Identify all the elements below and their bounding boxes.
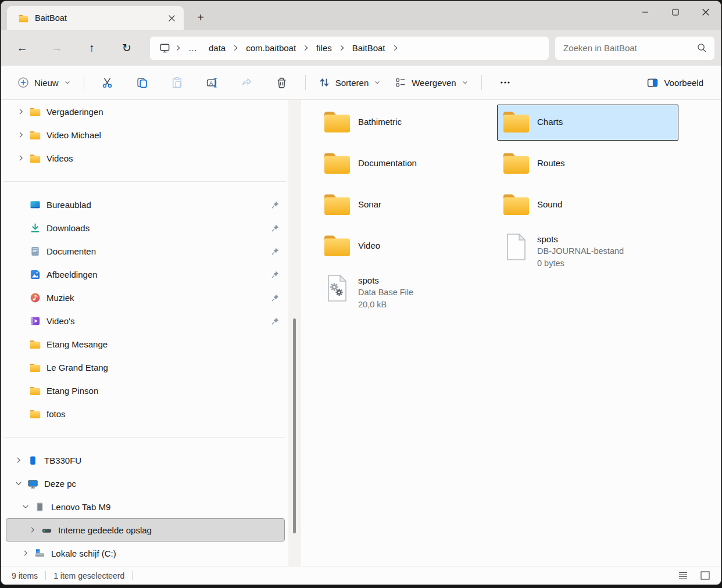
file-icon xyxy=(501,233,531,261)
chevron-down-icon[interactable] xyxy=(18,503,33,511)
share-button[interactable] xyxy=(234,71,260,94)
paste-button[interactable] xyxy=(165,71,190,94)
view-button[interactable]: Weergeven xyxy=(388,71,475,94)
chevron-right-icon[interactable] xyxy=(232,44,240,52)
search-icon[interactable] xyxy=(696,42,707,53)
toolbar-divider xyxy=(84,75,84,90)
up-button[interactable]: ↑ xyxy=(80,38,103,59)
folder-tile[interactable]: Video xyxy=(318,228,497,264)
file-tile[interactable]: spotsDB-JOURNAL-bestand0 bytes xyxy=(497,228,678,264)
forward-button[interactable]: → xyxy=(45,38,69,59)
sidebar-item-tb330fu[interactable]: TB330FU xyxy=(6,449,285,472)
folder-tile[interactable]: Sonar xyxy=(318,187,497,223)
sidebar-item-documenten[interactable]: Documenten xyxy=(6,239,285,263)
chevron-right-icon[interactable] xyxy=(11,456,26,464)
sidebar-item-etang-pinson[interactable]: Etang Pinson xyxy=(6,379,285,402)
folder-tile[interactable]: Bathimetric xyxy=(318,105,497,141)
close-button[interactable] xyxy=(691,1,721,23)
delete-button[interactable] xyxy=(269,71,295,94)
search-box[interactable] xyxy=(555,37,714,60)
breadcrumb[interactable]: …datacom.baitboatfilesBaitBoat xyxy=(150,37,549,60)
sort-arrows-icon xyxy=(319,77,330,88)
item-name: Sound xyxy=(537,192,562,217)
scrollbar-thumb[interactable] xyxy=(293,318,296,533)
sort-button-label: Sorteren xyxy=(335,78,369,88)
folder-icon xyxy=(322,192,352,216)
sort-button[interactable]: Sorteren xyxy=(312,71,388,94)
this-pc-icon[interactable] xyxy=(155,42,174,53)
item-name: Routes xyxy=(537,150,565,176)
folder-tile[interactable]: Documentation xyxy=(318,146,497,182)
sidebar-item-afbeeldingen[interactable]: Afbeeldingen xyxy=(6,263,285,286)
sidebar-item-video-michael[interactable]: Video Michael xyxy=(6,123,285,146)
back-button[interactable]: ← xyxy=(10,38,34,59)
chevron-right-icon[interactable] xyxy=(25,526,40,534)
chevron-right-icon[interactable] xyxy=(392,44,399,52)
address-bar: ← → ↑ ↻ …datacom.baitboatfilesBaitBoat xyxy=(1,30,721,66)
pin-icon xyxy=(271,224,280,232)
sidebar-item-label: Bureaublad xyxy=(47,200,91,210)
sidebar-item-interne-gedeelde-opslag[interactable]: Interne gedeelde opslag xyxy=(6,518,285,542)
cut-button[interactable] xyxy=(95,71,120,94)
folder-icon xyxy=(28,363,41,372)
sidebar-item-label: Videos xyxy=(47,153,73,163)
sidebar-scrollbar[interactable] xyxy=(288,100,301,566)
maximize-button[interactable] xyxy=(660,1,691,23)
sidebar-item-le-grand-etang[interactable]: Le Grand Etang xyxy=(6,356,285,379)
minimize-button[interactable] xyxy=(630,1,660,23)
folder-tile[interactable]: Routes xyxy=(497,146,678,182)
sidebar-item-lokale-schijf-c[interactable]: Lokale schijf (C:) xyxy=(6,542,285,565)
breadcrumb-item[interactable]: files xyxy=(310,39,338,58)
details-view-button[interactable] xyxy=(675,569,691,583)
sidebar-item-bureaublad[interactable]: Bureaublad xyxy=(6,193,285,216)
chevron-right-icon[interactable] xyxy=(13,107,28,116)
statusbar-divider xyxy=(45,571,46,580)
item-name: spots xyxy=(358,274,413,286)
item-name: spots xyxy=(537,233,624,245)
item-count: 9 items xyxy=(12,571,38,580)
breadcrumb-overflow[interactable]: … xyxy=(183,39,203,58)
breadcrumb-item[interactable]: BaitBoat xyxy=(346,39,391,58)
search-input[interactable] xyxy=(563,43,696,53)
sidebar-item-label: Deze pc xyxy=(44,479,76,489)
sidebar-item-fotos[interactable]: fotos xyxy=(6,402,285,425)
sidebar-separator xyxy=(1,425,288,449)
documents-icon xyxy=(28,246,41,257)
folder-icon xyxy=(28,386,41,396)
refresh-button[interactable]: ↻ xyxy=(115,38,138,59)
chevron-right-icon[interactable] xyxy=(338,44,346,52)
folder-tile[interactable]: Charts xyxy=(497,105,678,141)
preview-button-label: Voorbeeld xyxy=(664,78,703,88)
item-type: DB-JOURNAL-bestand xyxy=(537,245,624,257)
sidebar-item-muziek[interactable]: Muziek xyxy=(6,286,285,309)
status-bar: 9 items 1 item geselecteerd xyxy=(1,566,721,585)
sidebar-item-downloads[interactable]: Downloads xyxy=(6,216,285,239)
copy-button[interactable] xyxy=(130,71,155,94)
tab-baitboat[interactable]: BaitBoat xyxy=(7,6,184,30)
toolbar-divider xyxy=(305,75,306,90)
folder-tile[interactable]: Sound xyxy=(497,187,678,223)
file-list[interactable]: BathimetricChartsDocumentationRoutesSona… xyxy=(301,100,721,566)
more-options-button[interactable] xyxy=(492,71,518,94)
sidebar-item-lenovo-tab-m9[interactable]: Lenovo Tab M9 xyxy=(6,495,285,518)
new-button[interactable]: Nieuw xyxy=(10,71,78,94)
rename-button[interactable]: A xyxy=(199,71,225,94)
tab-strip: BaitBoat + xyxy=(1,1,721,30)
breadcrumb-item[interactable]: data xyxy=(203,39,231,58)
preview-button[interactable]: Voorbeeld xyxy=(639,71,710,94)
tab-close-icon[interactable] xyxy=(164,10,179,26)
chevron-right-icon[interactable] xyxy=(13,154,28,162)
file-tile[interactable]: spotsData Base File20,0 kB xyxy=(318,270,497,306)
sidebar-item-video-s[interactable]: Video's xyxy=(6,309,285,332)
sidebar-item-vergaderingen[interactable]: Vergaderingen xyxy=(6,100,285,123)
sidebar-item-etang-mesange[interactable]: Etang Mesange xyxy=(6,332,285,356)
large-icons-view-button[interactable] xyxy=(698,569,713,583)
new-tab-button[interactable]: + xyxy=(191,8,210,27)
chevron-right-icon[interactable] xyxy=(18,549,33,557)
chevron-right-icon[interactable] xyxy=(302,44,310,52)
chevron-right-icon[interactable] xyxy=(13,131,28,139)
sidebar-item-deze-pc[interactable]: Deze pc xyxy=(6,472,285,495)
breadcrumb-item[interactable]: com.baitboat xyxy=(240,39,302,58)
chevron-down-icon[interactable] xyxy=(11,479,26,487)
sidebar-item-videos[interactable]: Videos xyxy=(6,146,285,170)
